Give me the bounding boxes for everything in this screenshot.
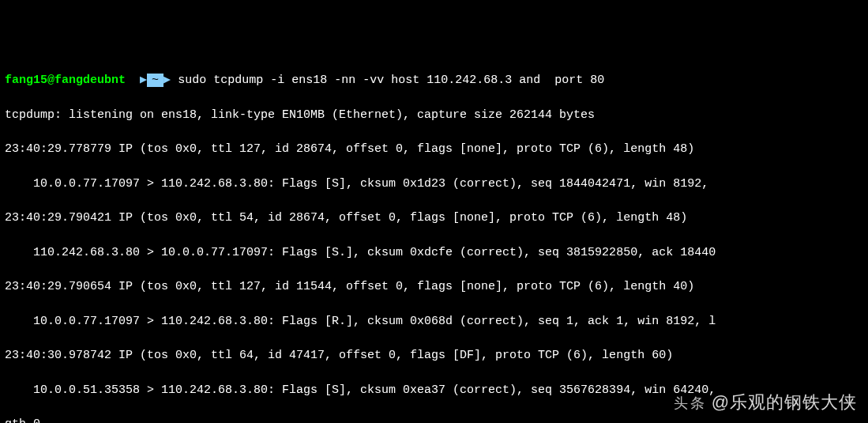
prompt-user: fang15@fangdeubnt: [5, 74, 126, 87]
output-line: 23:40:29.790654 IP (tos 0x0, ttl 127, id…: [5, 278, 863, 296]
arrow-right-icon: ▶: [140, 74, 147, 87]
watermark: 头条@乐观的钢铁大侠: [674, 390, 857, 415]
prompt-path: ~: [147, 74, 163, 87]
output-line: 110.242.68.3.80 > 10.0.0.77.17097: Flags…: [5, 244, 863, 262]
watermark-author: @乐观的钢铁大侠: [712, 392, 857, 412]
terminal-prompt-line[interactable]: fang15@fangdeubnt ▶~▶ sudo tcpdump -i en…: [5, 72, 863, 89]
command-text: sudo tcpdump -i ens18 -nn -vv host 110.2…: [178, 74, 604, 87]
output-line: tcpdump: listening on ens18, link-type E…: [5, 107, 863, 124]
output-line: 23:40:29.790421 IP (tos 0x0, ttl 54, id …: [5, 210, 863, 227]
watermark-brand: 头条: [674, 395, 707, 411]
output-line: 23:40:29.778779 IP (tos 0x0, ttl 127, id…: [5, 141, 863, 158]
output-line: 10.0.0.77.17097 > 110.242.68.3.80: Flags…: [5, 176, 863, 193]
output-line: gth 0: [5, 416, 863, 423]
output-line: 23:40:30.978742 IP (tos 0x0, ttl 64, id …: [5, 347, 863, 364]
output-line: 10.0.0.77.17097 > 110.242.68.3.80: Flags…: [5, 313, 863, 330]
arrow-right-icon: ▶: [163, 74, 171, 87]
